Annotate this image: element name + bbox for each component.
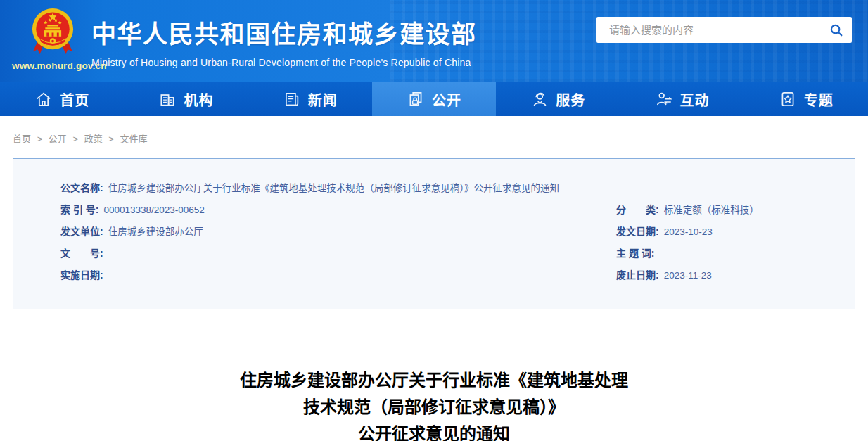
news-icon	[283, 90, 301, 108]
nav-label: 互动	[680, 89, 710, 110]
meta-label: 公文名称:	[60, 182, 103, 193]
meta-value: 000013338/2023-00652	[103, 205, 204, 215]
nav-item-open[interactable]: 公开	[372, 82, 496, 116]
meta-label: 发文单位:	[60, 226, 103, 237]
search-input[interactable]	[596, 24, 821, 36]
nav-item-news[interactable]: 新闻	[248, 82, 372, 116]
nav-item-service[interactable]: 服务	[496, 82, 620, 116]
meta-label: 主 题 词:	[616, 248, 654, 259]
search-button[interactable]	[821, 17, 852, 43]
open-info-icon	[407, 90, 425, 108]
site-url: www.mohurd.gov.cn	[12, 60, 93, 71]
home-icon	[34, 90, 53, 108]
meta-label: 发文日期:	[616, 226, 659, 237]
meta-label: 文 号:	[60, 248, 103, 259]
meta-value: 标准定额（标准科技）	[664, 205, 759, 215]
nav-label: 机构	[184, 89, 213, 110]
article-title: 住房城乡建设部办公厅关于行业标准《建筑地基处理 技术规范（局部修订征求意见稿）》…	[13, 367, 855, 441]
nav-label: 公开	[432, 89, 461, 110]
article-title-line: 公开征求意见的通知	[13, 421, 855, 441]
meta-value: 2023-10-23	[664, 226, 713, 237]
breadcrumb-separator: >	[37, 134, 43, 144]
document-meta-card: 公文名称:住房城乡建设部办公厅关于行业标准《建筑地基处理技术规范（局部修订征求意…	[13, 158, 855, 309]
article-title-line: 技术规范（局部修订征求意见稿）》	[13, 394, 855, 421]
breadcrumb-separator: >	[73, 134, 79, 144]
breadcrumb-home[interactable]: 首页	[13, 134, 31, 144]
breadcrumb: 首页 > 公开 > 政策 > 文件库	[0, 116, 868, 141]
meta-row-subject-words: 主 题 词:	[616, 243, 855, 264]
nav-item-interact[interactable]: 互动	[620, 82, 743, 116]
meta-row-category: 分 类:标准定额（标准科技）	[616, 199, 855, 221]
meta-columns: 索 引 号:000013338/2023-00652 发文单位:住房城乡建设部办…	[13, 199, 855, 286]
nav-label: 新闻	[308, 89, 338, 110]
site-header: www.mohurd.gov.cn 中华人民共和国住房和城乡建设部 Minist…	[0, 0, 868, 82]
article-card: 住房城乡建设部办公厅关于行业标准《建筑地基处理 技术规范（局部修订征求意见稿）》…	[13, 340, 855, 441]
breadcrumb-current: 文件库	[120, 134, 148, 144]
meta-column-left: 索 引 号:000013338/2023-00652 发文单位:住房城乡建设部办…	[60, 199, 616, 286]
home-logo[interactable]: www.mohurd.gov.cn	[12, 7, 93, 71]
nav-label: 专题	[804, 89, 834, 110]
meta-row-effective-date: 实施日期:	[60, 264, 616, 286]
article-title-line: 住房城乡建设部办公厅关于行业标准《建筑地基处理	[13, 367, 855, 394]
breadcrumb-open[interactable]: 公开	[49, 134, 67, 144]
organization-icon	[158, 90, 177, 108]
nav-label: 服务	[556, 89, 585, 110]
meta-row-index-no: 索 引 号:000013338/2023-00652	[60, 199, 616, 221]
nav-item-org[interactable]: 机构	[124, 82, 248, 116]
interaction-icon	[655, 90, 673, 108]
site-title-en: Ministry of Housing and Urban-Rural Deve…	[91, 57, 477, 68]
site-title-block: 中华人民共和国住房和城乡建设部 Ministry of Housing and …	[91, 14, 477, 68]
breadcrumb-separator: >	[108, 134, 114, 144]
search-icon	[829, 23, 844, 38]
topic-star-icon	[779, 90, 797, 108]
meta-row-issue-date: 发文日期:2023-10-23	[616, 221, 855, 243]
main-nav: 首页 机构 新闻 公开 服务	[0, 82, 868, 116]
nav-label: 首页	[60, 89, 89, 110]
meta-value: 2023-11-23	[664, 270, 712, 281]
meta-column-right: 分 类:标准定额（标准科技） 发文日期:2023-10-23 主 题 词: 废止…	[616, 199, 855, 286]
meta-label: 分 类:	[616, 204, 659, 215]
breadcrumb-policy[interactable]: 政策	[84, 134, 103, 144]
service-icon	[530, 90, 549, 108]
meta-row-issuing-unit: 发文单位:住房城乡建设部办公厅	[60, 221, 616, 243]
meta-label: 实施日期:	[60, 269, 103, 281]
nav-item-home[interactable]: 首页	[0, 82, 124, 116]
meta-label: 废止日期:	[616, 269, 659, 281]
meta-row-doc-number: 文 号:	[60, 243, 616, 264]
national-emblem-icon	[31, 7, 75, 58]
meta-value: 住房城乡建设部办公厅	[108, 226, 203, 237]
search-box	[596, 17, 852, 43]
meta-row-repeal-date: 废止日期:2023-11-23	[616, 264, 855, 286]
nav-item-topics[interactable]: 专题	[744, 82, 868, 116]
meta-value: 住房城乡建设部办公厅关于行业标准《建筑地基处理技术规范（局部修订征求意见稿）》公…	[108, 183, 559, 193]
site-title-cn: 中华人民共和国住房和城乡建设部	[91, 14, 477, 50]
meta-row-doc-name: 公文名称:住房城乡建设部办公厅关于行业标准《建筑地基处理技术规范（局部修订征求意…	[13, 177, 855, 199]
meta-label: 索 引 号:	[60, 204, 98, 215]
